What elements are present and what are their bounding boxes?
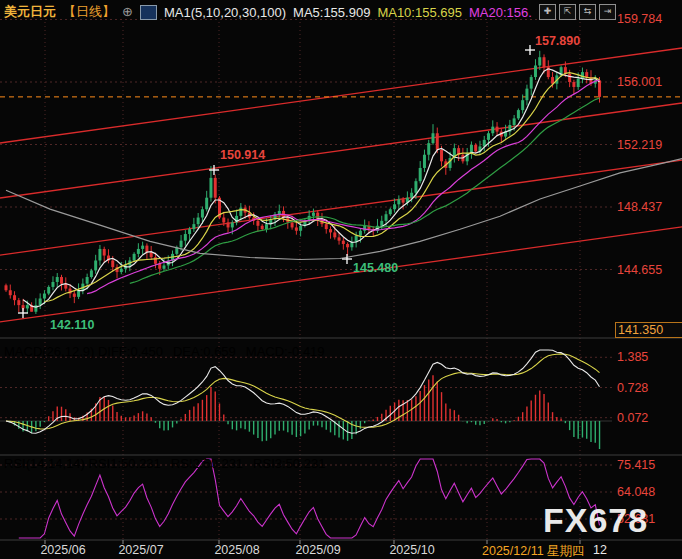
price-axis-tick: 159.784 bbox=[617, 12, 681, 26]
price-annotation: 157.890 bbox=[535, 34, 580, 48]
macd-value: MACD:-0.419 bbox=[246, 344, 325, 359]
price-highlight-label: 141.350 bbox=[615, 322, 682, 338]
chart-type-icon[interactable] bbox=[140, 5, 157, 20]
price-annotation: 150.914 bbox=[220, 148, 265, 162]
price-axis-tick: 152.219 bbox=[617, 138, 681, 152]
crosshair-date-label: 2025/12/11 星期四 bbox=[482, 543, 585, 559]
partial-month-label: 12 bbox=[593, 543, 607, 557]
macd-axis-tick: 0.728 bbox=[617, 381, 681, 395]
ma-group-label: MA1(5,10,20,30,100) bbox=[164, 5, 286, 20]
ma30-line bbox=[130, 98, 600, 283]
time-axis-month: 2025/07 bbox=[118, 543, 163, 557]
price-annotation: 145.480 bbox=[353, 261, 398, 275]
price-annotation: 142.110 bbox=[50, 318, 95, 332]
rsi2-value: RSI2:50.231 bbox=[171, 456, 243, 471]
chart-plot-area[interactable] bbox=[0, 0, 682, 559]
time-axis-month: 2025/06 bbox=[40, 543, 85, 557]
macd-axis-tick: 1.385 bbox=[617, 350, 681, 364]
macd-axis-tick: 0.072 bbox=[617, 411, 681, 425]
crosshair-move-icon[interactable]: ✚ bbox=[539, 4, 556, 20]
ma-lines bbox=[23, 69, 599, 307]
period-tag: 【日线】 bbox=[63, 3, 115, 21]
time-axis-month: 2025/10 bbox=[389, 543, 434, 557]
time-axis-month: 2025/09 bbox=[295, 543, 340, 557]
pan-chart-icon[interactable]: ⇆ bbox=[579, 4, 596, 20]
rsi-axis-tick: 64.048 bbox=[617, 485, 681, 499]
rsi1-title: RSI(14,14,14) RSI1:50.231 bbox=[4, 456, 161, 471]
trend-channel-lines bbox=[0, 48, 682, 322]
rsi3-value: RSI3:50.231 bbox=[253, 456, 325, 471]
jump-latest-icon[interactable]: ⇥ bbox=[599, 4, 616, 20]
macd-title: MACD(26,12,9) DIFF:0.450 bbox=[4, 344, 163, 359]
rsi-pane-header: RSI(14,14,14) RSI1:50.231 RSI2:50.231 RS… bbox=[4, 456, 325, 471]
chart-toolbar: ✚⇱⇆⇥ bbox=[539, 4, 616, 20]
candlesticks bbox=[5, 51, 602, 314]
ma10-value: MA10:155.695 bbox=[377, 5, 462, 20]
price-axis-tick: 148.437 bbox=[617, 200, 681, 214]
ma20-value: MA20:156. bbox=[469, 5, 532, 20]
price-axis-tick: 156.001 bbox=[617, 75, 681, 89]
macd-pane-header: MACD(26,12,9) DIFF:0.450 DEA:0.659 MACD:… bbox=[4, 344, 325, 359]
trading-chart-window: 美元日元 【日线】 ⊕ MA1(5,10,20,30,100) MA5:155.… bbox=[0, 0, 682, 559]
chart-header: 美元日元 【日线】 ⊕ MA1(5,10,20,30,100) MA5:155.… bbox=[4, 3, 532, 21]
rsi-axis-tick: 75.415 bbox=[617, 458, 681, 472]
symbol-name: 美元日元 bbox=[4, 3, 56, 21]
macd-pane bbox=[0, 350, 612, 449]
fx678-watermark: FX678 bbox=[543, 501, 648, 540]
time-axis-month: 2025/08 bbox=[214, 543, 259, 557]
dea-value: DEA:0.659 bbox=[173, 344, 236, 359]
ma5-value: MA5:155.909 bbox=[293, 5, 370, 20]
add-indicator-icon[interactable]: ⊕ bbox=[122, 6, 133, 18]
price-axis-tick: 144.655 bbox=[617, 263, 681, 277]
ma-lines bbox=[130, 98, 600, 283]
zoom-scale-icon[interactable]: ⇱ bbox=[559, 4, 576, 20]
ma5-line bbox=[23, 69, 599, 307]
